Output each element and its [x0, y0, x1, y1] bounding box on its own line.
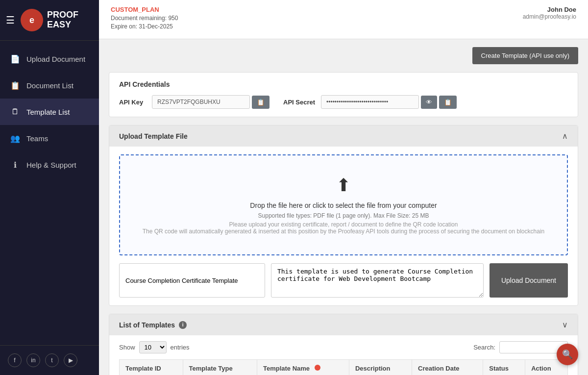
main-content: CUSTOM_PLAN Document remaining: 950 Expi… [99, 0, 588, 375]
sidebar-item-label: Help & Support [26, 161, 76, 169]
sidebar-item-teams[interactable]: 👥Teams [0, 125, 99, 151]
doc-remaining: Document remaining: 950 [111, 15, 178, 22]
template-desc-textarea[interactable] [271, 263, 484, 298]
api-secret-input[interactable] [321, 95, 419, 109]
table-header-status[interactable]: Status [483, 360, 525, 375]
table-header-description[interactable]: Description [349, 360, 412, 375]
upload-template-section: Upload Template File ∧ ⬆ Drop the file h… [109, 125, 578, 306]
table-header-template-type[interactable]: Template Type [183, 360, 257, 375]
upload-toggle-icon: ∧ [562, 131, 568, 141]
sidebar-item-label: Template List [26, 108, 70, 116]
table-header-creation-date[interactable]: Creation Date [412, 360, 483, 375]
sidebar-item-template-list[interactable]: 🗒Template List [0, 99, 99, 125]
logo-text: PROOF EASY [47, 10, 78, 30]
user-info: John Doe admin@proofeasy.io [523, 6, 576, 20]
sidebar-item-help-support[interactable]: ℹHelp & Support [0, 151, 99, 178]
drop-text-note1: Please upload your existing certificate,… [130, 221, 557, 228]
list-toggle-icon: ∨ [562, 320, 568, 329]
twitter-icon[interactable]: t [45, 353, 59, 367]
user-name: John Doe [523, 6, 576, 13]
sidebar-item-label: Document List [26, 81, 74, 90]
show-label: Show [119, 344, 135, 351]
upload-body: ⬆ Drop the file here or click to select … [109, 147, 578, 305]
template-name-input[interactable] [119, 263, 265, 298]
api-secret-wrap: 👁 📋 [321, 95, 457, 109]
upload-document-icon: 📄 [10, 53, 21, 64]
upload-arrow-icon: ⬆ [130, 175, 557, 196]
expire-on: Expire on: 31-Dec-2025 [111, 23, 178, 30]
table-header-row: Template IDTemplate TypeTemplate Name De… [120, 360, 568, 375]
sidebar-item-label: Upload Document [26, 55, 85, 63]
table-header: Template IDTemplate TypeTemplate Name De… [120, 360, 568, 375]
sidebar-item-document-list[interactable]: 📋Document List [0, 72, 99, 99]
api-secret-copy-button[interactable]: 📋 [439, 96, 457, 109]
api-key-label: API Key [119, 99, 146, 106]
search-wrap: Search: [473, 341, 568, 353]
sidebar-footer: f in t ▶ [0, 345, 99, 375]
plan-name: CUSTOM_PLAN [111, 6, 178, 13]
linkedin-icon[interactable]: in [26, 353, 40, 367]
list-templates-section: List of Templates i ∨ Show 102550100 ent… [109, 314, 578, 375]
list-section-header[interactable]: List of Templates i ∨ [109, 314, 578, 335]
hamburger-menu[interactable]: ☰ [6, 14, 15, 26]
template-list-icon: 🗒 [10, 106, 21, 117]
search-label: Search: [473, 344, 495, 351]
drop-text-main: Drop the file here or click to select th… [130, 201, 557, 209]
proofease-fab[interactable]: 🔍 [557, 344, 578, 365]
top-action-bar: Create Template (API use only) [109, 47, 578, 64]
facebook-icon[interactable]: f [8, 353, 22, 367]
api-key-copy-button[interactable]: 📋 [252, 96, 270, 109]
list-section-title: List of Templates i [119, 321, 187, 329]
api-secret-label: API Secret [283, 99, 315, 106]
sidebar-logo: ☰ e PROOF EASY [0, 0, 99, 41]
upload-form-row: Upload Document [119, 263, 568, 298]
user-email: admin@proofeasy.io [523, 13, 576, 20]
api-credentials-title: API Credentials [119, 80, 568, 88]
document-list-icon: 📋 [10, 80, 21, 91]
logo-icon: e [21, 9, 43, 31]
sidebar-item-upload-document[interactable]: 📄Upload Document [0, 46, 99, 72]
fab-icon: 🔍 [562, 349, 573, 360]
upload-section-header[interactable]: Upload Template File ∧ [109, 125, 578, 147]
list-body: Show 102550100 entries Search: [109, 335, 578, 375]
file-drop-zone[interactable]: ⬆ Drop the file here or click to select … [119, 154, 568, 255]
api-credentials-section: API Credentials API Key 📋 API Secret 👁 📋 [109, 72, 578, 117]
api-secret-eye-button[interactable]: 👁 [421, 96, 437, 109]
help-support-icon: ℹ [10, 159, 21, 170]
header: CUSTOM_PLAN Document remaining: 950 Expi… [99, 0, 588, 39]
sidebar-item-label: Teams [26, 134, 48, 143]
content-area: Create Template (API use only) API Crede… [99, 39, 588, 375]
list-info-icon[interactable]: i [179, 321, 187, 329]
table-header-template-id[interactable]: Template ID [120, 360, 183, 375]
youtube-icon[interactable]: ▶ [64, 353, 77, 367]
templates-table: Template IDTemplate TypeTemplate Name De… [119, 359, 568, 375]
table-header-template-name[interactable]: Template Name [257, 360, 349, 375]
api-key-input[interactable] [152, 95, 250, 109]
drop-text-sub: Supported file types: PDF file (1 page o… [130, 212, 557, 219]
upload-document-button[interactable]: Upload Document [490, 263, 568, 298]
table-controls: Show 102550100 entries Search: [119, 341, 568, 353]
entries-label: entries [171, 344, 190, 351]
drop-text-note2: The QR code will automatically generated… [130, 228, 557, 235]
show-entries-control: Show 102550100 entries [119, 341, 190, 353]
entries-select[interactable]: 102550100 [139, 341, 167, 353]
upload-section-title: Upload Template File [119, 132, 188, 140]
create-template-button[interactable]: Create Template (API use only) [472, 47, 578, 64]
plan-info: CUSTOM_PLAN Document remaining: 950 Expi… [111, 6, 178, 30]
api-row: API Key 📋 API Secret 👁 📋 [119, 95, 568, 109]
teams-icon: 👥 [10, 133, 21, 144]
api-key-wrap: 📋 [152, 95, 270, 109]
sidebar-nav: 📄Upload Document📋Document List🗒Template … [0, 41, 99, 345]
sidebar: ☰ e PROOF EASY 📄Upload Document📋Document… [0, 0, 99, 375]
sort-icon [315, 365, 320, 371]
